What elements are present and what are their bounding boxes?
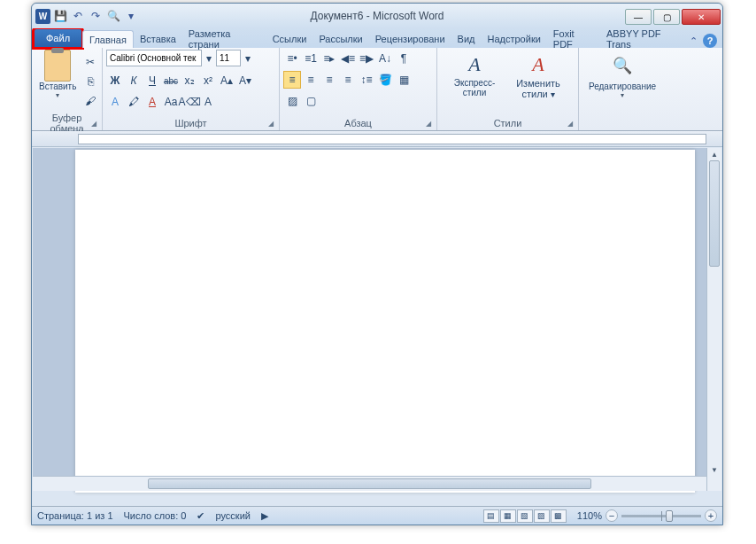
- hscroll-thumb[interactable]: [148, 478, 591, 489]
- shrink-font-icon[interactable]: A▾: [236, 72, 254, 89]
- tab-view[interactable]: Вид: [451, 30, 482, 48]
- window-buttons: — ▢ ✕: [625, 7, 722, 25]
- quick-styles-label: Экспресс-стили: [446, 78, 503, 97]
- align-left-icon[interactable]: ≡: [283, 71, 301, 89]
- font-size-combo[interactable]: [216, 50, 241, 66]
- decrease-indent-icon[interactable]: ◀≡: [339, 50, 357, 67]
- spellcheck-icon[interactable]: ✔: [197, 510, 204, 522]
- scroll-down-icon[interactable]: ▼: [707, 463, 721, 476]
- highlight-color-icon[interactable]: 🖍: [125, 93, 143, 111]
- fill-icon[interactable]: ▨: [283, 92, 301, 110]
- collapse-ribbon-icon[interactable]: ⌃: [690, 35, 698, 47]
- language-indicator[interactable]: русский: [215, 510, 250, 521]
- justify-icon[interactable]: ≡: [339, 71, 357, 89]
- text-effects-icon[interactable]: A: [106, 93, 124, 111]
- find-qat-icon[interactable]: 🔍: [105, 8, 121, 24]
- tab-home[interactable]: Главная: [82, 30, 134, 48]
- italic-button[interactable]: К: [125, 72, 143, 89]
- word-app-icon[interactable]: W: [35, 9, 50, 24]
- tab-review[interactable]: Рецензировани: [369, 30, 451, 48]
- macro-icon[interactable]: ▶: [261, 510, 268, 522]
- scroll-up-icon[interactable]: ▲: [707, 148, 721, 160]
- grow-font-icon[interactable]: A▴: [218, 72, 235, 89]
- font-size-dropdown-icon[interactable]: ▾: [243, 50, 253, 67]
- maximize-button[interactable]: ▢: [653, 9, 680, 25]
- tab-insert[interactable]: Вставка: [134, 30, 182, 48]
- format-painter-icon[interactable]: 🖌: [81, 92, 99, 110]
- multilevel-icon[interactable]: ≡▸: [320, 50, 338, 67]
- tab-mailings[interactable]: Рассылки: [312, 30, 368, 48]
- zoom-in-button[interactable]: +: [705, 509, 717, 522]
- font-color-icon[interactable]: A: [143, 93, 161, 111]
- tab-file[interactable]: Файл: [34, 28, 82, 48]
- zoom-level[interactable]: 110%: [577, 510, 602, 521]
- bullets-icon[interactable]: ≡•: [283, 50, 301, 67]
- editing-label: Редактирование: [589, 82, 656, 91]
- shading-icon[interactable]: 🪣: [376, 71, 394, 89]
- font-name-combo[interactable]: [106, 50, 202, 66]
- statusbar: Страница: 1 из 1 Число слов: 0 ✔ русский…: [32, 506, 722, 525]
- align-right-icon[interactable]: ≡: [320, 71, 338, 89]
- tab-page-layout[interactable]: Разметка страни: [182, 30, 266, 48]
- quick-styles-button[interactable]: A Экспресс-стили: [446, 53, 503, 97]
- tab-references[interactable]: Ссылки: [266, 30, 313, 48]
- page-indicator[interactable]: Страница: 1 из 1: [37, 510, 113, 521]
- horizontal-scrollbar[interactable]: [33, 476, 706, 491]
- clear-formatting-icon[interactable]: A⌫: [181, 93, 198, 111]
- web-view-icon[interactable]: ▧: [517, 509, 533, 523]
- numbering-icon[interactable]: ≡1: [302, 50, 320, 67]
- fullscreen-view-icon[interactable]: ▦: [500, 509, 516, 523]
- paragraph-launcher-icon[interactable]: ◢: [426, 120, 431, 128]
- font-name-dropdown-icon[interactable]: ▾: [204, 50, 214, 67]
- underline-button[interactable]: Ч: [143, 72, 161, 89]
- editing-button[interactable]: 🔍 Редактирование ▾: [582, 50, 662, 101]
- cut-icon[interactable]: ✂: [81, 53, 99, 71]
- bold-button[interactable]: Ж: [106, 72, 124, 89]
- zoom-slider[interactable]: [621, 515, 701, 517]
- horizontal-ruler[interactable]: [32, 131, 722, 147]
- subscript-button[interactable]: x₂: [181, 72, 198, 89]
- redo-icon[interactable]: ↷: [88, 8, 104, 24]
- tab-foxit[interactable]: Foxit PDF: [547, 30, 600, 48]
- word-count[interactable]: Число слов: 0: [124, 510, 187, 521]
- borders-icon[interactable]: ▦: [395, 71, 413, 89]
- change-styles-button[interactable]: A Изменить стили ▾: [510, 53, 567, 99]
- close-button[interactable]: ✕: [682, 9, 721, 25]
- qat-dropdown-icon[interactable]: ▾: [123, 8, 139, 24]
- save-icon[interactable]: 💾: [52, 8, 68, 24]
- outline-view-icon[interactable]: ▨: [534, 509, 550, 523]
- align-center-icon[interactable]: ≡: [302, 71, 320, 89]
- font-launcher-icon[interactable]: ◢: [268, 120, 274, 128]
- ribbon: Вставить ▾ ✂ ⎘ 🖌 Буфер обмена◢ ▾ ▾: [32, 48, 722, 131]
- change-case-icon[interactable]: Aa: [162, 93, 180, 111]
- zoom-knob[interactable]: [666, 510, 673, 522]
- minimize-button[interactable]: —: [625, 9, 652, 25]
- clipboard-group-label: Буфер обмена◢: [35, 116, 98, 130]
- strike-button[interactable]: abc: [162, 72, 180, 89]
- tab-addins[interactable]: Надстройки: [481, 30, 546, 48]
- superscript-button[interactable]: x²: [199, 72, 217, 89]
- character-border-icon[interactable]: A: [199, 93, 217, 111]
- vscroll-thumb[interactable]: [709, 160, 720, 267]
- tab-abbyy[interactable]: ABBYY PDF Trans: [600, 30, 690, 48]
- draft-view-icon[interactable]: ▩: [551, 509, 567, 523]
- paste-button[interactable]: Вставить ▾: [35, 50, 80, 101]
- help-icon[interactable]: ?: [703, 34, 717, 48]
- styles-preview-icon: A: [468, 53, 480, 76]
- show-hide-icon[interactable]: ¶: [395, 50, 413, 67]
- vertical-scrollbar[interactable]: ▲ ▼: [706, 148, 721, 491]
- font-group-label: Шрифт◢: [106, 116, 275, 130]
- zoom-out-button[interactable]: −: [606, 509, 618, 522]
- document-page[interactable]: [75, 150, 695, 493]
- increase-indent-icon[interactable]: ≡▶: [358, 50, 375, 67]
- sort-icon[interactable]: A↓: [376, 50, 394, 67]
- para-border-icon[interactable]: ▢: [302, 92, 320, 110]
- line-spacing-icon[interactable]: ↕≡: [358, 71, 375, 89]
- document-area: ▲ ▼: [33, 148, 721, 491]
- undo-icon[interactable]: ↶: [70, 8, 86, 24]
- print-layout-view-icon[interactable]: ▤: [483, 509, 499, 523]
- editing-group-label: [582, 116, 662, 130]
- clipboard-launcher-icon[interactable]: ◢: [91, 120, 96, 128]
- copy-icon[interactable]: ⎘: [81, 73, 99, 90]
- styles-launcher-icon[interactable]: ◢: [567, 120, 573, 128]
